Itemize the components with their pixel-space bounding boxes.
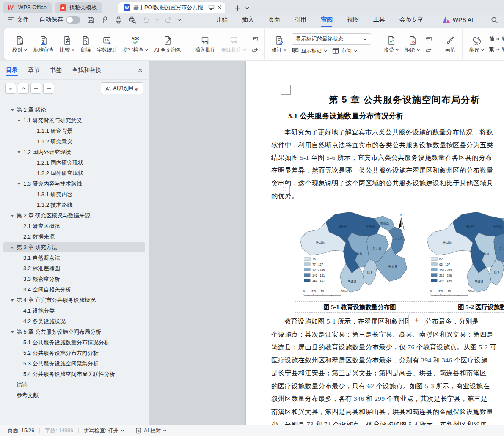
toc-item-1[interactable]: 1.1 研究背景与研究意义 xyxy=(0,115,149,126)
toc-item-21[interactable]: 第 5 章 公共服务设施空间布局分析 xyxy=(0,326,149,337)
sidebar-tab-目录[interactable]: 目录 xyxy=(6,63,18,78)
menu-tab-页面[interactable]: 页面 xyxy=(267,14,281,25)
ribbon-button-拒绝[interactable]: 拒绝 xyxy=(402,34,423,54)
export-pdf-icon[interactable] xyxy=(100,16,109,24)
ribbon-button-翻译[interactable]: 文A 翻译 xyxy=(466,34,487,54)
paragraph-drag-handle[interactable] xyxy=(280,184,290,194)
sidebar-tab-书签[interactable]: 书签 xyxy=(50,63,62,78)
undo-icon[interactable] xyxy=(142,16,150,23)
chevron-down-icon[interactable] xyxy=(10,298,14,302)
ribbon-button-比较[interactable]: 比较 xyxy=(57,34,78,54)
wps-ai-button[interactable]: WPS AI xyxy=(443,16,473,23)
redo-icon[interactable] xyxy=(165,16,172,23)
page-indicator[interactable]: 页面: 15/26 xyxy=(8,427,34,434)
chevron-down-icon[interactable] xyxy=(10,214,14,218)
toc-item-19[interactable]: 4.1 设施分类 xyxy=(0,305,149,316)
menu-tab-会员专享[interactable]: 会员专享 xyxy=(399,14,424,25)
toc-item-3[interactable]: 1.1.2 研究意义 xyxy=(0,136,149,147)
toc-item-27[interactable]: 参考文献 xyxy=(0,390,149,400)
ribbon-button-拼写检查[interactable]: ABC 拼写检查 xyxy=(120,34,151,54)
toc-item-4[interactable]: 1.2 国内外研究现状 xyxy=(0,147,149,157)
change-prev-icon[interactable] xyxy=(425,36,432,42)
ribbon-button-审阅[interactable]: 审阅 xyxy=(332,47,358,55)
toc-item-14[interactable]: 3.1 自然断点法 xyxy=(0,252,149,263)
ribbon-button-画笔[interactable]: 画笔 xyxy=(442,34,458,54)
sidebar-close-icon[interactable] xyxy=(138,68,143,73)
chevron-down-icon[interactable] xyxy=(10,330,14,334)
toc-item-26[interactable]: 结论 xyxy=(0,379,149,390)
ribbon-button-删除批注[interactable]: 删除批注 xyxy=(218,34,250,54)
toc-item-23[interactable]: 5.2 公共服务设施分布方向分析 xyxy=(0,348,149,358)
print-icon[interactable] xyxy=(114,16,123,24)
toc-item-12[interactable]: 2.2 数据来源 xyxy=(0,231,149,242)
comment-next-icon[interactable] xyxy=(252,46,259,52)
change-next-icon[interactable] xyxy=(425,46,432,52)
search-icon[interactable] xyxy=(490,16,498,24)
autosave-toggle[interactable] xyxy=(66,16,80,24)
ribbon-button-校对[interactable]: 校对 xyxy=(9,34,30,54)
chevron-down-icon[interactable] xyxy=(17,182,21,186)
ribbon-button-AI 全文润色[interactable]: AI 全文润色 xyxy=(151,34,184,54)
ribbon-button-朗读[interactable]: 朗读 xyxy=(78,34,94,54)
window-tab-0[interactable]: W WPS Office xyxy=(3,2,52,13)
chevron-down-icon[interactable] xyxy=(10,108,14,112)
menu-tab-审阅[interactable]: 审阅 xyxy=(320,14,333,25)
ribbon-button-简转繁[interactable]: 简 转繁 xyxy=(489,36,504,43)
sidebar-tab-查找和替换[interactable]: 查找和替换 xyxy=(72,63,102,78)
toc-item-10[interactable]: 第 2 章 研究区概况与数据来源 xyxy=(0,210,149,221)
chevron-down-icon[interactable] xyxy=(17,150,21,154)
toc-item-16[interactable]: 3.3 核密度分析 xyxy=(0,274,149,284)
ai-proof-indicator[interactable]: A AI 校对 xyxy=(135,427,167,434)
toc-expand-button[interactable] xyxy=(5,83,16,94)
sidebar-tab-章节[interactable]: 章节 xyxy=(28,63,40,78)
tab-close-icon[interactable] xyxy=(217,5,222,10)
menu-tab-视图[interactable]: 视图 xyxy=(346,14,360,25)
toc-item-2[interactable]: 1.1.1 研究背景 xyxy=(0,126,149,136)
file-menu[interactable]: 文件 xyxy=(8,16,29,24)
toc-item-8[interactable]: 1.3.1 研究内容 xyxy=(0,189,149,200)
toc-item-20[interactable]: 4.2 各类设施状况 xyxy=(0,316,149,326)
toc-zoom-in-button[interactable] xyxy=(30,83,41,94)
window-tab-2[interactable]: W 基于POI数据的宜宾市公共服... xyxy=(118,2,225,13)
toc-zoom-out-button[interactable] xyxy=(43,83,54,94)
tab-list-caret-icon[interactable] xyxy=(245,7,249,10)
toc-item-24[interactable]: 5.3 公共服务设施空间聚集分析 xyxy=(0,358,149,369)
new-tab-icon[interactable] xyxy=(235,5,240,11)
ribbon-button-显示标记[interactable]: 显示标记 xyxy=(292,47,328,55)
ribbon-button-标准审查[interactable]: 标准审查 xyxy=(30,34,57,54)
ribbon-button-插入批注[interactable]: 插入批注 xyxy=(192,34,218,54)
toc-item-25[interactable]: 5.4 公共服务设施空间布局关联性分析 xyxy=(0,369,149,379)
ai-recognize-toc-button[interactable]: AI识别目录 xyxy=(101,82,143,94)
toc-item-22[interactable]: 5.1 公共服务设施数量分布情况分析 xyxy=(0,337,149,348)
ribbon-button-字数统计[interactable]: 12 字数统计 xyxy=(94,34,120,54)
undo-caret-icon[interactable] xyxy=(155,19,159,21)
menu-tab-开始[interactable]: 开始 xyxy=(215,14,229,25)
print-preview-icon[interactable] xyxy=(128,16,137,24)
toc-item-7[interactable]: 1.3 研究内容与技术路线 xyxy=(0,178,149,189)
qat-more-icon[interactable] xyxy=(178,19,182,21)
insert-float-button[interactable]: + xyxy=(408,314,425,326)
spellcheck-indicator[interactable]: 拼写检查: 打开 xyxy=(84,427,124,434)
markup-state-select[interactable]: 显示标记的最终状态 xyxy=(292,33,371,45)
ribbon-button-接受[interactable]: 接受 xyxy=(381,34,402,54)
chevron-down-icon[interactable] xyxy=(17,118,21,123)
ribbon-button-修订[interactable]: 修订 xyxy=(269,34,290,54)
toc-item-5[interactable]: 1.2.1 国内研究现状 xyxy=(0,157,149,168)
toc-item-9[interactable]: 1.3.2 技术路线 xyxy=(0,200,149,210)
chevron-down-icon[interactable] xyxy=(10,245,14,250)
toc-item-15[interactable]: 3.2 标准差椭圆 xyxy=(0,263,149,274)
word-count-indicator[interactable]: 字数: 14986 xyxy=(45,427,73,434)
toc-collapse-button[interactable] xyxy=(18,83,29,94)
window-tab-1[interactable]: 找稻壳模板 xyxy=(55,2,102,13)
toc-item-11[interactable]: 2.1 研究区概况 xyxy=(0,221,149,231)
menu-tab-引用[interactable]: 引用 xyxy=(294,14,307,25)
toc-item-18[interactable]: 第 4 章 宜宾市公共服务设施概况 xyxy=(0,295,149,305)
toc-item-17[interactable]: 3.4 空间自相关分析 xyxy=(0,284,149,295)
toc-item-6[interactable]: 1.2.2 国外研究现状 xyxy=(0,168,149,178)
ribbon-button-繁转简[interactable]: 繁 转简 xyxy=(489,46,504,53)
save-icon[interactable] xyxy=(86,16,95,24)
comment-prev-icon[interactable] xyxy=(252,36,259,42)
toc-item-13[interactable]: 第 3 章 研究方法 xyxy=(0,242,149,252)
menu-tab-插入[interactable]: 插入 xyxy=(241,14,255,25)
menu-tab-工具[interactable]: 工具 xyxy=(372,14,386,25)
